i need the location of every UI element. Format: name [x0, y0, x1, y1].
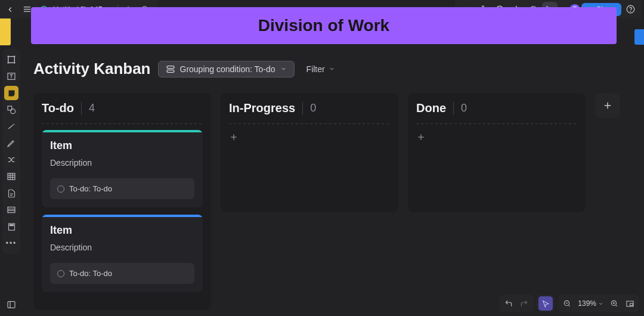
page-title: Activity Kanban [33, 60, 151, 78]
add-card-button[interactable] [416, 130, 577, 144]
left-accent-strip [0, 18, 11, 45]
column-todo[interactable]: To-do 4 Item Description To-do: To-do It… [33, 93, 211, 310]
plus-icon [602, 100, 613, 111]
svg-rect-41 [167, 70, 174, 72]
card[interactable]: Item Description To-do: To-do [42, 215, 203, 292]
table-tool[interactable] [4, 169, 18, 184]
svg-rect-16 [8, 57, 15, 63]
card-description: Description [50, 158, 194, 168]
column-title: Done [416, 101, 446, 115]
redo-button[interactable] [517, 296, 531, 311]
bottom-right-bar: 139% [499, 295, 639, 312]
layers-toggle[interactable] [5, 298, 18, 311]
svg-rect-26 [8, 174, 15, 180]
chevron-down-icon [329, 66, 335, 72]
zoom-out-button[interactable] [560, 296, 574, 311]
card-title: Item [50, 224, 194, 237]
chevron-down-icon [598, 301, 603, 306]
zoom-in-button[interactable] [607, 296, 621, 311]
column-header: To-do 4 [42, 101, 203, 115]
column-count: 0 [310, 102, 316, 114]
shuffle-tool[interactable] [4, 153, 18, 167]
filter-button[interactable]: Filter [302, 61, 340, 77]
back-button[interactable] [2, 2, 18, 17]
undo-button[interactable] [501, 296, 516, 311]
status-circle-icon [57, 270, 64, 277]
pen-tool[interactable] [4, 136, 18, 150]
minimap-button[interactable] [623, 296, 637, 311]
text-tool[interactable] [4, 69, 18, 83]
plus-icon [416, 132, 426, 142]
column-done[interactable]: Done 0 [408, 93, 586, 212]
separator [81, 102, 82, 115]
column-count: 0 [461, 102, 467, 114]
add-column-button[interactable] [595, 93, 620, 118]
separator [302, 102, 303, 115]
right-accent-strip [634, 29, 644, 45]
svg-line-50 [569, 305, 570, 306]
kanban-board: To-do 4 Item Description To-do: To-do It… [33, 93, 626, 316]
shape-tool[interactable] [4, 103, 18, 117]
ellipsis-icon: ••• [6, 239, 17, 247]
template-tool[interactable] [4, 219, 18, 234]
card-title: Item [50, 140, 194, 152]
list-tool[interactable] [4, 203, 18, 217]
svg-rect-33 [8, 207, 15, 212]
frame-tool[interactable] [4, 52, 18, 67]
card-description: Description [50, 243, 194, 252]
divider [416, 123, 577, 124]
more-tools-button[interactable]: ••• [4, 236, 18, 250]
card-tag-label: To-do: To-do [69, 184, 112, 193]
grouping-icon [166, 64, 175, 74]
svg-rect-37 [10, 224, 13, 225]
pointer-mode-button[interactable] [538, 296, 553, 311]
svg-rect-40 [167, 66, 174, 68]
zoom-level[interactable]: 139% [575, 299, 606, 308]
pointer-group [536, 295, 555, 312]
plus-icon [229, 132, 239, 142]
grouping-chip[interactable]: Grouping condition: To-do [158, 61, 295, 78]
connector-tool[interactable] [4, 119, 18, 134]
svg-rect-56 [630, 303, 632, 305]
column-header: Done 0 [416, 101, 577, 115]
svg-point-15 [630, 11, 631, 11]
heading-row: Activity Kanban Grouping condition: To-d… [33, 60, 340, 78]
grouping-label: Grouping condition: To-do [180, 64, 275, 74]
separator [453, 102, 454, 115]
chevron-down-icon [280, 66, 287, 72]
undo-redo-group [499, 295, 534, 312]
column-header: In-Progress 0 [229, 101, 390, 115]
status-circle-icon [57, 185, 64, 193]
card-tag: To-do: To-do [50, 178, 194, 199]
document-tool[interactable] [4, 186, 18, 200]
banner[interactable]: Division of Work [31, 7, 617, 44]
divider [229, 123, 390, 124]
card-tag: To-do: To-do [50, 263, 194, 284]
filter-label: Filter [306, 64, 325, 74]
column-title: To-do [42, 101, 74, 115]
svg-point-25 [11, 109, 16, 114]
svg-line-54 [615, 305, 617, 306]
card[interactable]: Item Description To-do: To-do [42, 130, 203, 207]
column-title: In-Progress [229, 101, 295, 115]
card-tag-label: To-do: To-do [69, 269, 112, 278]
left-tool-rail: ••• [2, 49, 20, 254]
svg-rect-38 [8, 302, 15, 308]
zoom-group: 139% [558, 295, 639, 312]
sticky-note-tool[interactable] [4, 86, 18, 100]
column-count: 4 [89, 102, 95, 114]
column-inprogress[interactable]: In-Progress 0 [221, 93, 398, 212]
divider [42, 123, 203, 124]
add-card-button[interactable] [229, 130, 390, 144]
banner-title: Division of Work [258, 16, 389, 35]
help-button[interactable] [623, 2, 638, 17]
